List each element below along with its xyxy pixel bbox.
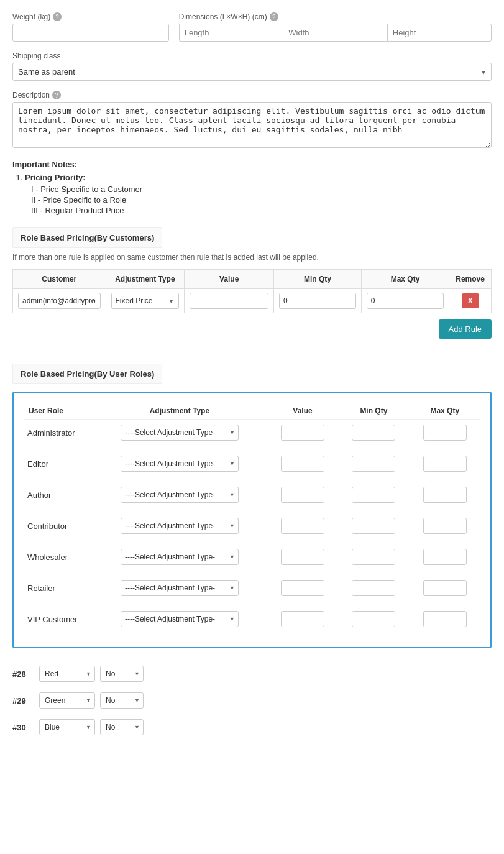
variant-no-select-1[interactable]: NoYes xyxy=(100,692,144,709)
max-qty-input-retailer[interactable] xyxy=(423,580,467,596)
variant-num-1: #29 xyxy=(12,696,34,705)
weight-input[interactable] xyxy=(12,24,169,42)
value-input-wholesaler[interactable] xyxy=(281,549,324,565)
col-min-qty: Min Qty xyxy=(274,270,362,289)
role-name-vip customer: VIP Customer xyxy=(24,606,92,632)
value-input-vip customer[interactable] xyxy=(281,611,324,627)
dimensions-label: Dimensions (L×W×H) (cm) xyxy=(179,12,267,21)
role-name-author: Author xyxy=(24,482,92,508)
user-role-row: Author----Select Adjustment Type-Fixed P… xyxy=(24,482,480,508)
adj-type-select-author[interactable]: ----Select Adjustment Type-Fixed PricePe… xyxy=(121,487,239,503)
adj-type-select-vip customer[interactable]: ----Select Adjustment Type-Fixed PricePe… xyxy=(121,611,239,627)
weight-help-icon[interactable]: ? xyxy=(53,12,62,21)
variant-no-select-0[interactable]: NoYes xyxy=(100,666,144,682)
user-role-row: Contributor----Select Adjustment Type-Fi… xyxy=(24,513,480,539)
col-value: Value xyxy=(185,270,274,289)
variant-row: #28RedGreenBlueNoYes xyxy=(12,661,492,687)
value-input-editor[interactable] xyxy=(281,456,324,472)
adj-type-select-wholesaler[interactable]: ----Select Adjustment Type-Fixed PricePe… xyxy=(121,549,239,565)
description-help-icon[interactable]: ? xyxy=(52,91,61,99)
col-customer: Customer xyxy=(13,270,106,289)
adj-type-select-contributor[interactable]: ----Select Adjustment Type-Fixed PricePe… xyxy=(121,518,239,534)
variant-no-select-2[interactable]: NoYes xyxy=(100,719,144,735)
customer-min-qty-input[interactable] xyxy=(279,293,356,309)
user-role-row: Retailer----Select Adjustment Type-Fixed… xyxy=(24,575,480,601)
max-qty-input-administrator[interactable] xyxy=(423,425,467,441)
important-notes-title: Important Notes: xyxy=(12,160,77,169)
value-input-author[interactable] xyxy=(281,487,324,503)
role-name-retailer: Retailer xyxy=(24,575,92,601)
value-input-administrator[interactable] xyxy=(281,425,324,441)
ur-col-adjustment: Adjustment Type xyxy=(92,403,267,420)
user-roles-pricing-title: Role Based Pricing(By User Roles) xyxy=(21,369,154,379)
value-input-contributor[interactable] xyxy=(281,518,324,534)
min-qty-input-wholesaler[interactable] xyxy=(352,549,395,565)
add-customer-rule-button[interactable]: Add Rule xyxy=(439,319,492,339)
pricing-level-3: III - Regular Product Price xyxy=(31,206,492,215)
user-role-row: Editor----Select Adjustment Type-Fixed P… xyxy=(24,451,480,477)
user-role-row: VIP Customer----Select Adjustment Type-F… xyxy=(24,606,480,632)
max-qty-input-editor[interactable] xyxy=(423,456,467,472)
col-remove: Remove xyxy=(449,270,492,289)
max-qty-input-contributor[interactable] xyxy=(423,518,467,534)
variant-color-select-2[interactable]: RedGreenBlue xyxy=(39,719,95,735)
length-input[interactable] xyxy=(179,24,283,42)
pricing-priority-title: Pricing Priority: xyxy=(25,173,86,182)
role-name-administrator: Administrator xyxy=(24,420,92,446)
shipping-class-select[interactable]: Same as parent No shipping class xyxy=(12,63,492,81)
ur-col-role: User Role xyxy=(24,403,92,420)
min-qty-input-editor[interactable] xyxy=(352,456,395,472)
variant-row: #29RedGreenBlueNoYes xyxy=(12,687,492,714)
description-label: Description xyxy=(12,91,50,99)
pricing-level-2: II - Price Specific to a Role xyxy=(31,195,492,204)
user-role-row: Wholesaler----Select Adjustment Type-Fix… xyxy=(24,544,480,570)
max-qty-input-wholesaler[interactable] xyxy=(423,549,467,565)
adj-type-select-editor[interactable]: ----Select Adjustment Type-Fixed PricePe… xyxy=(121,456,239,472)
col-adjustment-type: Adjustment Type xyxy=(106,270,185,289)
remove-customer-rule-button[interactable]: X xyxy=(462,293,479,308)
customer-max-qty-input[interactable] xyxy=(367,293,444,309)
dimensions-help-icon[interactable]: ? xyxy=(270,12,278,21)
customer-value-input[interactable] xyxy=(190,293,268,309)
min-qty-input-contributor[interactable] xyxy=(352,518,395,534)
value-input-retailer[interactable] xyxy=(281,580,324,596)
weight-label: Weight (kg) xyxy=(12,12,50,21)
variant-row: #30RedGreenBlueNoYes xyxy=(12,714,492,740)
ur-col-value: Value xyxy=(267,403,338,420)
variant-color-select-1[interactable]: RedGreenBlue xyxy=(39,692,95,709)
min-qty-input-vip customer[interactable] xyxy=(352,611,395,627)
min-qty-input-administrator[interactable] xyxy=(352,425,395,441)
col-max-qty: Max Qty xyxy=(361,270,449,289)
min-qty-input-retailer[interactable] xyxy=(352,580,395,596)
variant-num-2: #30 xyxy=(12,723,34,732)
customer-rule-row: admin(info@addifypro.com) Fixed Price Pe… xyxy=(13,289,492,313)
pricing-level-1: I - Price Specific to a Customer xyxy=(31,185,492,194)
customer-select[interactable]: admin(info@addifypro.com) xyxy=(18,293,101,309)
role-name-contributor: Contributor xyxy=(24,513,92,539)
height-input[interactable] xyxy=(387,24,492,42)
customer-pricing-title: Role Based Pricing(By Customers) xyxy=(21,233,154,242)
description-textarea[interactable]: Lorem ipsum dolor sit amet, consectetur … xyxy=(12,102,492,148)
role-name-wholesaler: Wholesaler xyxy=(24,544,92,570)
ur-col-min-qty: Min Qty xyxy=(338,403,409,420)
variant-color-select-0[interactable]: RedGreenBlue xyxy=(39,666,95,682)
adj-type-select-retailer[interactable]: ----Select Adjustment Type-Fixed PricePe… xyxy=(121,580,239,596)
variant-num-0: #28 xyxy=(12,669,34,679)
adj-type-select-administrator[interactable]: ----Select Adjustment Type-Fixed PricePe… xyxy=(121,425,239,441)
customer-pricing-subtitle: If more than one rule is applied on same… xyxy=(12,253,492,262)
max-qty-input-vip customer[interactable] xyxy=(423,611,467,627)
ur-col-max-qty: Max Qty xyxy=(410,403,480,420)
min-qty-input-author[interactable] xyxy=(352,487,395,503)
width-input[interactable] xyxy=(283,24,387,42)
user-role-row: Administrator----Select Adjustment Type-… xyxy=(24,420,480,446)
customer-adjustment-type-select[interactable]: Fixed Price Percentage Discount Fixed Di… xyxy=(111,293,180,309)
shipping-class-label: Shipping class xyxy=(12,52,60,60)
role-name-editor: Editor xyxy=(24,451,92,477)
max-qty-input-author[interactable] xyxy=(423,487,467,503)
